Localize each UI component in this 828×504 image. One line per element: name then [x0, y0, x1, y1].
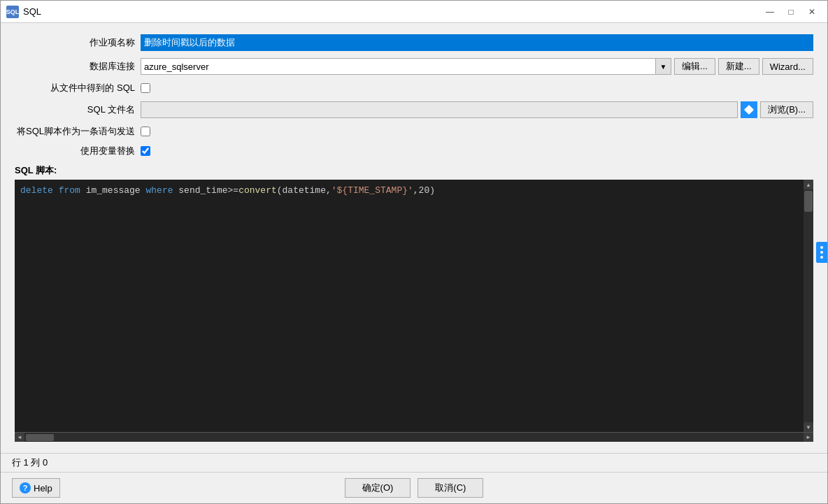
scroll-right-arrow[interactable]: ► [804, 433, 813, 442]
cancel-button[interactable]: 取消(C) [417, 478, 483, 498]
sql-text-open-paren: (datetime, [277, 185, 331, 196]
scroll-thumb-y[interactable] [804, 191, 813, 212]
use-var-replace-label: 使用变量替换 [15, 145, 141, 157]
help-button[interactable]: ? Help [12, 478, 60, 498]
db-connection-row: 数据库连接 azure_sqlserver ▼ 编辑... 新建... Wiza… [15, 58, 813, 75]
send-as-one-label: 将SQL脚本作为一条语句发送 [15, 125, 141, 138]
use-var-replace-checkbox-label[interactable] [141, 146, 150, 156]
window-controls: — □ ✕ [760, 4, 822, 20]
from-file-control [141, 83, 813, 93]
horizontal-scrollbar[interactable]: ◄ ► [15, 432, 813, 442]
sql-filename-label: SQL 文件名 [15, 103, 141, 116]
dropdown-arrow-icon[interactable]: ▼ [656, 58, 671, 75]
send-as-one-checkbox[interactable] [141, 127, 150, 136]
sql-filename-input[interactable] [141, 101, 738, 118]
job-name-label: 作业项名称 [15, 36, 141, 49]
use-var-replace-checkbox[interactable] [141, 146, 150, 156]
sql-editor-inner: delete from im_message where send_time>=… [15, 180, 813, 432]
main-content: 作业项名称 数据库连接 azure_sqlserver ▼ 编辑... 新建..… [1, 23, 827, 453]
confirm-button[interactable]: 确定(O) [345, 478, 411, 498]
right-dot-2 [820, 251, 823, 254]
sql-keyword-where: where [145, 185, 173, 196]
titlebar-left: SQL SQL [6, 6, 41, 18]
use-var-replace-row: 使用变量替换 [15, 145, 813, 157]
sql-function-convert: convert [238, 185, 277, 196]
scroll-up-arrow[interactable]: ▲ [804, 180, 813, 189]
sql-text-table: im_message [86, 185, 146, 196]
status-bar: 行 1 列 0 [1, 453, 827, 472]
wizard-button[interactable]: Wizard... [762, 58, 813, 75]
send-as-one-checkbox-label[interactable] [141, 127, 150, 136]
main-window: SQL SQL — □ ✕ 作业项名称 数据库连接 azure_sqlserve… [0, 0, 828, 504]
sql-string-timestamp: '${TIME_STAMP}' [331, 185, 413, 196]
sql-editor-wrapper: delete from im_message where send_time>=… [15, 180, 813, 442]
edit-button[interactable]: 编辑... [674, 58, 715, 75]
new-button[interactable]: 新建... [718, 58, 759, 75]
browse-button[interactable]: 浏览(B)... [760, 101, 813, 118]
sql-keyword-from: from [59, 185, 80, 196]
scroll-track-x [24, 434, 804, 441]
app-icon: SQL [6, 6, 19, 18]
close-button[interactable]: ✕ [802, 4, 822, 20]
scroll-track-y [804, 189, 813, 422]
db-connection-label: 数据库连接 [15, 60, 141, 73]
row-col-status: 行 1 列 0 [12, 457, 48, 468]
db-connection-control: azure_sqlserver ▼ 编辑... 新建... Wizard... [141, 58, 813, 75]
right-dot-3 [820, 256, 823, 259]
file-icon-button[interactable] [741, 101, 757, 118]
right-side-indicator[interactable] [816, 242, 827, 263]
maximize-button[interactable]: □ [781, 4, 801, 20]
help-circle-icon: ? [20, 482, 31, 494]
titlebar: SQL SQL — □ ✕ [1, 1, 827, 23]
minimize-button[interactable]: — [760, 4, 780, 20]
send-as-one-row: 将SQL脚本作为一条语句发送 [15, 125, 813, 138]
help-label: Help [34, 483, 52, 494]
db-connection-dropdown[interactable]: azure_sqlserver [141, 58, 656, 75]
send-as-one-control [141, 127, 813, 136]
job-name-control [141, 34, 813, 51]
sql-keyword-delete: delete [20, 185, 53, 196]
right-dot-1 [820, 246, 823, 249]
dropdown-wrapper: azure_sqlserver ▼ [141, 58, 671, 75]
sql-editor-area[interactable]: delete from im_message where send_time>=… [15, 180, 804, 432]
from-file-row: 从文件中得到的 SQL [15, 82, 813, 94]
scroll-thumb-x[interactable] [26, 434, 54, 441]
sql-text-condition: send_time>= [178, 185, 238, 196]
footer-buttons: 确定(O) 取消(C) [345, 478, 484, 498]
sql-filename-control: 浏览(B)... [141, 101, 813, 118]
sql-filename-row: SQL 文件名 浏览(B)... [15, 101, 813, 118]
sql-text-close-paren: ,20) [413, 185, 435, 196]
scroll-left-arrow[interactable]: ◄ [15, 433, 24, 442]
use-var-replace-control [141, 146, 813, 156]
from-file-label: 从文件中得到的 SQL [15, 82, 141, 94]
vertical-scrollbar[interactable]: ▲ ▼ [804, 180, 813, 432]
from-file-checkbox[interactable] [141, 83, 150, 93]
footer: ? Help 确定(O) 取消(C) [1, 472, 827, 503]
from-file-checkbox-label[interactable] [141, 83, 150, 93]
sql-script-title: SQL 脚本: [15, 164, 813, 177]
job-name-input[interactable] [141, 34, 813, 51]
scroll-down-arrow[interactable]: ▼ [804, 422, 813, 432]
job-name-row: 作业项名称 [15, 34, 813, 51]
window-title: SQL [23, 6, 41, 17]
sql-content: delete from im_message where send_time>=… [15, 180, 804, 202]
